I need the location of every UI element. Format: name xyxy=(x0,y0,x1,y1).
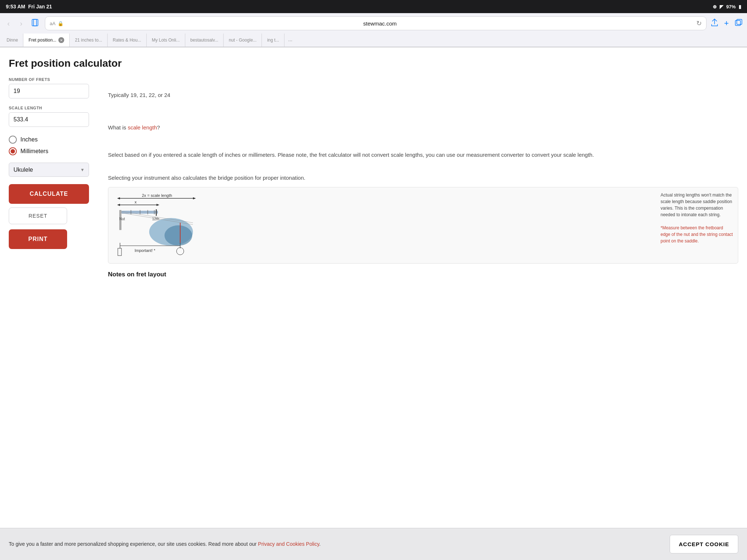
left-column: NUMBER OF FRETS SCALE LENGTH Inches M xyxy=(9,77,96,278)
diagram-text: Actual string lengths won't match the sc… xyxy=(661,192,734,218)
time: 9:53 AM xyxy=(6,4,25,9)
frets-hint-area: Typically 19, 21, 22, or 24 xyxy=(108,77,738,98)
cookie-banner: To give you a faster and more personaliz… xyxy=(0,528,747,532)
tabs-button[interactable] xyxy=(735,19,743,28)
more-tabs-button[interactable]: ... xyxy=(285,34,296,47)
font-size-control[interactable]: aA xyxy=(50,21,55,26)
tab-21inches[interactable]: 21 inches to... xyxy=(70,34,108,47)
millimeters-radio[interactable] xyxy=(9,147,17,155)
tab-dinne[interactable]: Dinne xyxy=(1,34,23,47)
reset-button[interactable]: RESET xyxy=(9,207,67,224)
diagram-container: 2x = scale length x xyxy=(108,187,738,264)
diagram-svg-area: 2x = scale length x xyxy=(113,192,656,259)
svg-rect-2 xyxy=(735,20,740,26)
diagram-description: Actual string lengths won't match the sc… xyxy=(661,192,734,244)
scale-label: SCALE LENGTH xyxy=(9,106,96,110)
tab-mylots[interactable]: My Lots Onli... xyxy=(147,34,185,47)
svg-marker-10 xyxy=(156,204,159,206)
svg-marker-5 xyxy=(117,197,120,199)
address-bar[interactable]: aA 🔒 stewmac.com ↻ xyxy=(45,16,707,30)
instrument-dropdown-wrapper: Guitar Bass Ukulele Mandolin Banjo ▼ xyxy=(9,163,89,177)
page-content: Fret position calculator NUMBER OF FRETS… xyxy=(0,47,747,532)
battery-level: 97% xyxy=(726,4,736,9)
scale-input[interactable] xyxy=(9,112,89,127)
tab-label: nut - Google... xyxy=(229,38,256,43)
svg-rect-22 xyxy=(156,209,157,216)
page-title: Fret position calculator xyxy=(9,58,738,69)
forward-button[interactable]: › xyxy=(17,18,26,29)
browser-toolbar: ‹ › aA 🔒 stewmac.com ↻ + xyxy=(0,13,747,34)
right-column: Typically 19, 21, 22, or 24 What is scal… xyxy=(108,77,738,278)
add-tab-button[interactable]: + xyxy=(724,19,729,28)
url-text: stewmac.com xyxy=(66,20,694,27)
unit-radio-group: Inches Millimeters xyxy=(9,136,96,155)
scale-hint: What is scale length? xyxy=(108,121,738,131)
toolbar-actions: + xyxy=(711,19,743,28)
svg-text:Important! *: Important! * xyxy=(135,248,156,253)
notes-heading: Notes on fret layout xyxy=(108,271,738,278)
instrument-hint: Selecting your instrument also calculate… xyxy=(108,174,738,182)
main-grid: NUMBER OF FRETS SCALE LENGTH Inches M xyxy=(9,77,738,278)
status-left: 9:53 AM Fri Jan 21 xyxy=(6,4,52,9)
share-button[interactable] xyxy=(711,19,718,28)
lock-icon: 🔒 xyxy=(58,21,63,26)
svg-text:2x = scale length: 2x = scale length xyxy=(142,193,172,198)
tabs-bar: Dinne Fret position... ✕ 21 inches to...… xyxy=(0,34,747,47)
svg-text:x: x xyxy=(135,200,137,204)
tab-label: Dinne xyxy=(7,38,18,43)
inches-option[interactable]: Inches xyxy=(9,136,96,144)
svg-marker-9 xyxy=(117,204,120,206)
status-bar: 9:53 AM Fri Jan 21 ⊕ ◤ 97% ▮ xyxy=(0,0,747,13)
instrument-area: Selecting your instrument also calculate… xyxy=(108,174,738,279)
frets-hint: Typically 19, 21, 22, or 24 xyxy=(108,88,738,98)
tab-close-icon[interactable]: ✕ xyxy=(58,37,64,43)
millimeters-option[interactable]: Millimeters xyxy=(9,147,96,155)
tab-bestautosalv[interactable]: bestautosalv... xyxy=(185,34,224,47)
units-description-area: Select based on if you entered a scale l… xyxy=(108,151,738,159)
date: Fri Jan 21 xyxy=(28,4,52,9)
tab-label: bestautosalv... xyxy=(190,38,218,43)
diagram-red-text: *Measure between the fretboard edge of t… xyxy=(661,225,734,244)
svg-text:12th: 12th xyxy=(152,217,159,221)
browser-chrome: ‹ › aA 🔒 stewmac.com ↻ + xyxy=(0,13,747,47)
reload-button[interactable]: ↻ xyxy=(696,19,702,27)
instrument-select[interactable]: Guitar Bass Ukulele Mandolin Banjo xyxy=(9,163,89,177)
tab-label: 21 inches to... xyxy=(75,38,102,43)
units-description: Select based on if you entered a scale l… xyxy=(108,151,738,159)
battery-icon: ▮ xyxy=(739,4,741,9)
tab-rates[interactable]: Rates & Hou... xyxy=(108,34,147,47)
svg-text:Nut: Nut xyxy=(119,217,125,221)
millimeters-label: Millimeters xyxy=(20,148,48,155)
frets-label: NUMBER OF FRETS xyxy=(9,77,96,82)
signal-icon: ◤ xyxy=(720,4,723,9)
tab-label: ing t... xyxy=(267,38,279,43)
svg-rect-3 xyxy=(737,19,742,24)
back-button[interactable]: ‹ xyxy=(4,18,13,29)
number-of-frets-group: NUMBER OF FRETS xyxy=(9,77,96,98)
svg-rect-30 xyxy=(118,248,121,256)
tab-nut[interactable]: nut - Google... xyxy=(224,34,262,47)
scale-diagram-svg: 2x = scale length x xyxy=(113,192,208,257)
scale-length-group: SCALE LENGTH xyxy=(9,106,96,127)
diagram-inner: 2x = scale length x xyxy=(113,192,734,259)
svg-rect-1 xyxy=(34,19,38,26)
bookmarks-button[interactable] xyxy=(30,17,40,30)
airplay-icon: ⊕ xyxy=(713,4,717,9)
svg-rect-0 xyxy=(32,19,36,26)
frets-input[interactable] xyxy=(9,84,89,98)
tab-label: Fret position... xyxy=(28,38,56,43)
scale-hint-area: What is scale length? xyxy=(108,121,738,131)
inches-label: Inches xyxy=(20,136,38,143)
tab-fret-position[interactable]: Fret position... ✕ xyxy=(23,34,70,47)
tab-label: Rates & Hou... xyxy=(113,38,141,43)
print-button[interactable]: PRINT xyxy=(9,229,67,249)
svg-point-31 xyxy=(177,248,184,255)
tab-ingt[interactable]: ing t... xyxy=(262,34,285,47)
svg-marker-6 xyxy=(193,197,196,199)
status-right: ⊕ ◤ 97% ▮ xyxy=(713,4,741,9)
calculate-button[interactable]: CALCULATE xyxy=(9,184,89,204)
inches-radio[interactable] xyxy=(9,136,17,144)
scale-length-link[interactable]: scale length xyxy=(128,124,157,131)
svg-point-15 xyxy=(165,225,192,246)
radio-selected-indicator xyxy=(11,149,15,153)
